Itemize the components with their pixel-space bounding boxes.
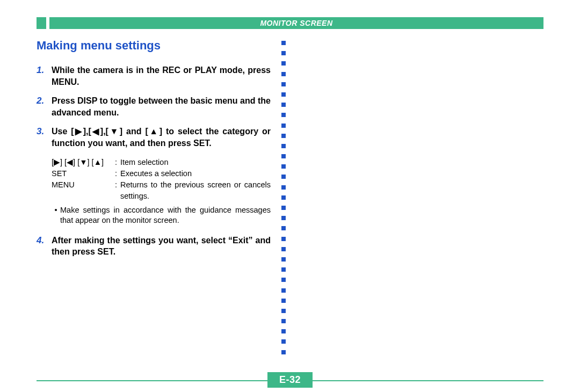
divider-dot bbox=[281, 267, 286, 272]
divider-dot bbox=[281, 164, 286, 169]
divider-dot bbox=[281, 134, 286, 138]
divider-dot bbox=[281, 61, 286, 66]
divider-dot bbox=[281, 299, 286, 303]
step-number: 4. bbox=[37, 235, 52, 258]
divider-dot bbox=[281, 175, 286, 179]
footer-label-wrap: E-32 bbox=[37, 372, 543, 388]
manual-page: MONITOR SCREEN Making menu settings 1. W… bbox=[0, 0, 580, 392]
step-text: Press DISP to toggle between the basic m… bbox=[52, 95, 271, 118]
def-item: MENU : Returns to the previous screen or… bbox=[52, 179, 271, 202]
divider-dot bbox=[281, 185, 286, 190]
divider-dot bbox=[281, 339, 286, 344]
def-value: Executes a selection bbox=[120, 168, 271, 179]
bullet-marker: • bbox=[52, 205, 60, 226]
divider-dot bbox=[281, 350, 286, 354]
bullet-item: • Make settings in accordance with the g… bbox=[52, 205, 271, 226]
divider-dot bbox=[281, 278, 286, 282]
header-row: MONITOR SCREEN bbox=[37, 17, 543, 29]
def-separator: : bbox=[115, 157, 120, 168]
divider-dot bbox=[281, 309, 286, 313]
left-column: Making menu settings 1. While the camera… bbox=[37, 41, 279, 360]
def-item: [▶] [◀] [▼] [▲] : Item selection bbox=[52, 157, 271, 168]
divider-dot bbox=[281, 154, 286, 158]
divider-dot bbox=[281, 103, 286, 107]
divider-dot bbox=[281, 195, 286, 200]
step-number: 3. bbox=[37, 126, 52, 149]
page-number: E-32 bbox=[267, 372, 313, 388]
bullet-text: Make settings in accordance with the gui… bbox=[60, 205, 271, 226]
def-separator: : bbox=[115, 168, 120, 179]
divider-dot bbox=[281, 216, 286, 220]
divider-dot bbox=[281, 92, 286, 97]
def-key: SET bbox=[52, 168, 115, 179]
divider-dot bbox=[281, 72, 286, 76]
step-text: Use [▶],[◀],[▼] and [▲] to select the ca… bbox=[52, 126, 271, 149]
step-1: 1. While the camera is in the REC or PLA… bbox=[37, 64, 271, 88]
def-key: MENU bbox=[52, 179, 115, 202]
divider-dot bbox=[281, 206, 286, 210]
step-3: 3. Use [▶],[◀],[▼] and [▲] to select the… bbox=[37, 126, 271, 149]
def-value: Item selection bbox=[120, 157, 271, 168]
section-title: Making menu settings bbox=[37, 39, 271, 53]
header-title: MONITOR SCREEN bbox=[49, 17, 543, 29]
step-number: 2. bbox=[37, 95, 52, 118]
body-columns: Making menu settings 1. While the camera… bbox=[37, 41, 560, 360]
divider-dot bbox=[281, 226, 286, 230]
step-text: After making the settings you want, sele… bbox=[52, 235, 271, 258]
column-divider-dots bbox=[279, 41, 288, 360]
def-value: Returns to the previous screen or cancel… bbox=[120, 179, 271, 202]
step-4: 4. After making the settings you want, s… bbox=[37, 235, 271, 258]
def-separator: : bbox=[115, 179, 120, 202]
divider-dot bbox=[281, 237, 286, 241]
divider-dot bbox=[281, 124, 286, 128]
page-footer: E-32 bbox=[37, 372, 543, 381]
step-number: 1. bbox=[37, 64, 52, 88]
divider-dot bbox=[281, 329, 286, 333]
def-key: [▶] [◀] [▼] [▲] bbox=[52, 157, 115, 168]
divider-dot bbox=[281, 144, 286, 148]
divider-dot bbox=[281, 113, 286, 117]
divider-dot bbox=[281, 41, 286, 45]
divider-dot bbox=[281, 288, 286, 293]
step-2: 2. Press DISP to toggle between the basi… bbox=[37, 95, 271, 118]
def-item: SET : Executes a selection bbox=[52, 168, 271, 179]
definition-list: [▶] [◀] [▼] [▲] : Item selection SET : E… bbox=[52, 157, 271, 202]
header-tab bbox=[37, 17, 46, 29]
divider-dot bbox=[281, 257, 286, 262]
right-column bbox=[293, 41, 551, 360]
divider-dot bbox=[281, 51, 286, 55]
step-text: While the camera is in the REC or PLAY m… bbox=[52, 64, 271, 88]
divider-dot bbox=[281, 247, 286, 251]
divider-dot bbox=[281, 82, 286, 86]
divider-dot bbox=[281, 319, 286, 323]
